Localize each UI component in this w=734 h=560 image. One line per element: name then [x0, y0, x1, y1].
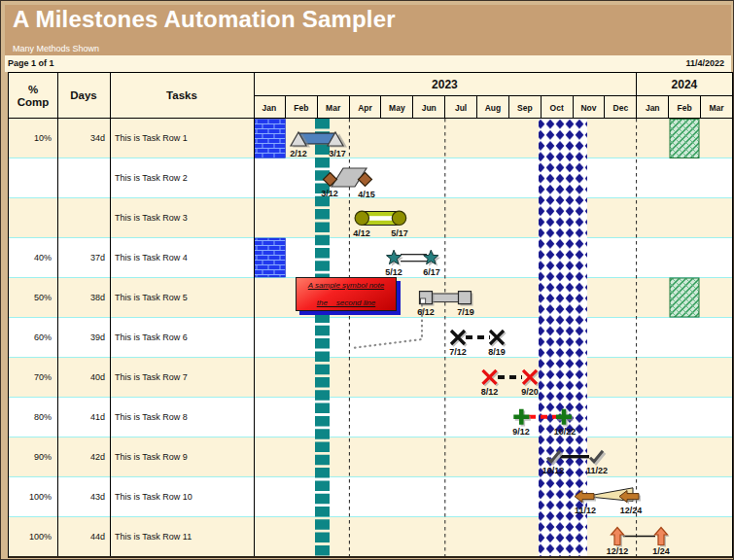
task-cell: This is Task Row 4 — [110, 238, 254, 277]
header-bottom-border — [9, 118, 732, 119]
pct-cell: 60% — [9, 318, 57, 357]
task-cell: This is Task Row 5 — [110, 278, 254, 317]
task-cell: This is Task Row 8 — [110, 398, 254, 437]
pct-cell — [9, 158, 57, 197]
month-label: Jan — [636, 96, 668, 119]
month-label: Aug — [476, 96, 508, 119]
month-header: Jan Feb Mar Apr May Jun Jul Aug Sep Oct … — [254, 95, 732, 119]
chart-left-border — [254, 73, 255, 556]
month-label: Apr — [349, 96, 381, 119]
pct-cell: 70% — [9, 358, 57, 397]
note-line-2: the second line — [317, 298, 375, 307]
days-cell: 41d — [57, 398, 110, 437]
pct-cell: 100% — [9, 477, 57, 516]
days-cell: 34d — [57, 119, 110, 158]
task-cell: This is Task Row 3 — [110, 198, 254, 237]
pct-cell: 10% — [9, 119, 57, 158]
year-label: 2023 — [254, 73, 636, 95]
month-label: May — [380, 96, 412, 119]
month-label: Jan — [254, 96, 285, 119]
header-days: Days — [57, 73, 110, 119]
month-label: Jun — [412, 96, 444, 119]
month-label: Feb — [285, 96, 317, 119]
task-cell: This is Task Row 7 — [110, 358, 254, 397]
task-rows: 10%34dThis is Task Row 1 This is Task Ro… — [9, 119, 732, 556]
pct-cell: 80% — [9, 398, 57, 437]
table-row: 70%40dThis is Task Row 7 — [9, 358, 732, 398]
page-title: A Milestones Automation Sampler — [13, 6, 396, 33]
table-row: This is Task Row 2 — [9, 158, 732, 198]
month-label: Oct — [541, 96, 573, 119]
page-subtitle: Many Methods Shown — [13, 44, 99, 53]
table-row: 80%41dThis is Task Row 8 — [9, 398, 732, 438]
task-cell: This is Task Row 9 — [110, 438, 254, 476]
schedule-table: 10%34dThis is Task Row 1 This is Task Ro… — [8, 72, 733, 558]
header-pct-comp: % Comp — [9, 73, 57, 119]
info-strip: Page 1 of 1 11/4/2022 — [5, 55, 731, 72]
table-row: 100%44dThis is Task Row 11 — [9, 517, 732, 556]
table-row: This is Task Row 3 — [9, 198, 732, 238]
task-cell: This is Task Row 6 — [110, 318, 254, 357]
task-cell: This is Task Row 11 — [110, 517, 254, 556]
header-tasks: Tasks — [110, 73, 254, 119]
table-row: 60%39dThis is Task Row 6 — [9, 318, 732, 358]
days-cell: 44d — [57, 517, 110, 556]
days-cell: 40d — [57, 358, 110, 397]
pct-cell: 90% — [9, 438, 57, 476]
task-cell: This is Task Row 2 — [110, 158, 254, 197]
days-cell — [57, 158, 110, 197]
month-label: Mar — [700, 96, 732, 119]
month-label: Jul — [444, 96, 476, 119]
page-number: Page 1 of 1 — [8, 58, 54, 68]
note-line-1: A sample symbol note — [308, 281, 384, 290]
month-label: Feb — [668, 96, 700, 119]
task-cell: This is Task Row 10 — [110, 477, 254, 516]
days-cell — [57, 198, 110, 237]
milestones-report-page: A Milestones Automation Sampler Many Met… — [0, 0, 734, 560]
column-divider — [110, 73, 111, 556]
month-label: Nov — [573, 96, 605, 119]
pct-cell: 100% — [9, 517, 57, 556]
year-header: 2023 2024 — [254, 73, 732, 95]
column-divider — [57, 73, 58, 556]
month-label: Dec — [604, 96, 636, 119]
table-row: 100%43dThis is Task Row 10 — [9, 477, 732, 517]
task-cell: This is Task Row 1 — [110, 119, 254, 158]
month-label: Mar — [317, 96, 349, 119]
pct-cell: 50% — [9, 278, 57, 317]
days-cell: 37d — [57, 238, 110, 277]
days-cell: 39d — [57, 318, 110, 357]
month-label: Sep — [508, 96, 541, 119]
pct-cell: 40% — [9, 238, 57, 277]
days-cell: 38d — [57, 278, 110, 317]
title-bar: A Milestones Automation Sampler Many Met… — [5, 5, 731, 55]
symbol-note-box: A sample symbol note the second line — [296, 277, 397, 311]
days-cell: 43d — [57, 477, 110, 516]
table-row: 40%37dThis is Task Row 4 — [9, 238, 732, 278]
days-cell: 42d — [57, 438, 110, 476]
pct-cell — [9, 198, 57, 237]
table-row: 90%42dThis is Task Row 9 — [9, 438, 732, 477]
report-date: 11/4/2022 — [685, 58, 724, 68]
column-headers: % Comp Days Tasks — [9, 73, 254, 119]
table-row: 10%34dThis is Task Row 1 — [9, 119, 732, 158]
year-label: 2024 — [636, 73, 732, 95]
